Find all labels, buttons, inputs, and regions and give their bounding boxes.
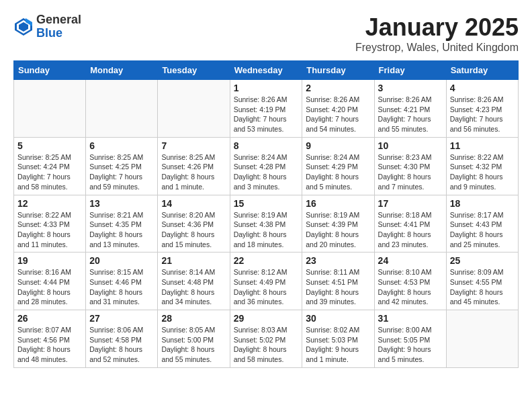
calendar-cell: 30Sunrise: 8:02 AM Sunset: 5:03 PM Dayli… — [302, 310, 374, 368]
logo-icon — [13, 17, 34, 37]
page-header: General Blue January 2025 Freystrop, Wal… — [13, 13, 519, 54]
day-info: Sunrise: 8:19 AM Sunset: 4:39 PM Dayligh… — [306, 210, 370, 250]
day-number: 8 — [234, 140, 299, 151]
day-info: Sunrise: 8:21 AM Sunset: 4:35 PM Dayligh… — [89, 210, 154, 250]
calendar-cell: 4Sunrise: 8:26 AM Sunset: 4:23 PM Daylig… — [446, 80, 518, 138]
calendar-cell: 8Sunrise: 8:24 AM Sunset: 4:28 PM Daylig… — [230, 137, 302, 195]
day-of-week-header: Saturday — [446, 61, 518, 80]
day-info: Sunrise: 8:23 AM Sunset: 4:30 PM Dayligh… — [378, 152, 443, 192]
day-of-week-header: Wednesday — [230, 61, 302, 80]
calendar-cell — [14, 80, 86, 138]
calendar-cell: 12Sunrise: 8:22 AM Sunset: 4:33 PM Dayli… — [14, 195, 86, 253]
day-number: 16 — [306, 198, 370, 209]
calendar-cell: 19Sunrise: 8:16 AM Sunset: 4:44 PM Dayli… — [14, 253, 86, 310]
calendar-cell: 18Sunrise: 8:17 AM Sunset: 4:43 PM Dayli… — [446, 195, 518, 253]
calendar-cell: 10Sunrise: 8:23 AM Sunset: 4:30 PM Dayli… — [374, 137, 446, 195]
month-title: January 2025 — [355, 13, 519, 42]
day-info: Sunrise: 8:05 AM Sunset: 5:00 PM Dayligh… — [161, 325, 226, 365]
day-number: 27 — [89, 313, 154, 324]
day-number: 10 — [378, 140, 443, 151]
day-number: 25 — [450, 255, 515, 266]
calendar-cell: 11Sunrise: 8:22 AM Sunset: 4:32 PM Dayli… — [446, 137, 518, 195]
day-number: 12 — [17, 198, 82, 209]
day-number: 30 — [306, 313, 370, 324]
day-info: Sunrise: 8:22 AM Sunset: 4:32 PM Dayligh… — [450, 152, 515, 192]
calendar-week-row: 12Sunrise: 8:22 AM Sunset: 4:33 PM Dayli… — [14, 195, 519, 253]
day-info: Sunrise: 8:24 AM Sunset: 4:29 PM Dayligh… — [306, 152, 370, 192]
day-info: Sunrise: 8:26 AM Sunset: 4:19 PM Dayligh… — [234, 95, 299, 134]
day-number: 5 — [17, 140, 82, 151]
day-info: Sunrise: 8:10 AM Sunset: 4:53 PM Dayligh… — [378, 267, 443, 307]
day-number: 26 — [17, 313, 82, 324]
calendar-cell: 1Sunrise: 8:26 AM Sunset: 4:19 PM Daylig… — [230, 80, 302, 138]
day-number: 22 — [234, 255, 299, 266]
day-info: Sunrise: 8:16 AM Sunset: 4:44 PM Dayligh… — [17, 267, 82, 307]
day-number: 23 — [306, 255, 370, 266]
day-info: Sunrise: 8:24 AM Sunset: 4:28 PM Dayligh… — [234, 152, 299, 192]
logo-general-text: General — [36, 13, 81, 27]
calendar-table: SundayMondayTuesdayWednesdayThursdayFrid… — [13, 60, 519, 368]
calendar-cell: 25Sunrise: 8:09 AM Sunset: 4:55 PM Dayli… — [446, 253, 518, 310]
logo: General Blue — [13, 13, 81, 40]
day-info: Sunrise: 8:25 AM Sunset: 4:24 PM Dayligh… — [17, 152, 82, 192]
day-number: 4 — [450, 83, 515, 93]
calendar-cell: 24Sunrise: 8:10 AM Sunset: 4:53 PM Dayli… — [374, 253, 446, 310]
day-info: Sunrise: 8:07 AM Sunset: 4:56 PM Dayligh… — [17, 325, 82, 365]
day-number: 15 — [234, 198, 299, 209]
calendar-cell: 16Sunrise: 8:19 AM Sunset: 4:39 PM Dayli… — [302, 195, 374, 253]
day-number: 28 — [161, 313, 226, 324]
location-subtitle: Freystrop, Wales, United Kingdom — [355, 42, 519, 54]
day-info: Sunrise: 8:06 AM Sunset: 4:58 PM Dayligh… — [89, 325, 154, 365]
calendar-week-row: 1Sunrise: 8:26 AM Sunset: 4:19 PM Daylig… — [14, 80, 519, 138]
calendar-week-row: 19Sunrise: 8:16 AM Sunset: 4:44 PM Dayli… — [14, 253, 519, 310]
day-number: 9 — [306, 140, 370, 151]
day-info: Sunrise: 8:26 AM Sunset: 4:20 PM Dayligh… — [306, 95, 370, 134]
day-of-week-header: Tuesday — [158, 61, 230, 80]
calendar-cell — [158, 80, 230, 138]
day-info: Sunrise: 8:18 AM Sunset: 4:41 PM Dayligh… — [378, 210, 443, 250]
calendar-cell: 22Sunrise: 8:12 AM Sunset: 4:49 PM Dayli… — [230, 253, 302, 310]
day-number: 20 — [89, 255, 154, 266]
day-info: Sunrise: 8:19 AM Sunset: 4:38 PM Dayligh… — [234, 210, 299, 250]
day-info: Sunrise: 8:09 AM Sunset: 4:55 PM Dayligh… — [450, 267, 515, 307]
calendar-cell: 20Sunrise: 8:15 AM Sunset: 4:46 PM Dayli… — [86, 253, 158, 310]
day-number: 1 — [234, 83, 299, 93]
day-of-week-header: Monday — [86, 61, 158, 80]
day-number: 7 — [161, 140, 226, 151]
calendar-cell: 9Sunrise: 8:24 AM Sunset: 4:29 PM Daylig… — [302, 137, 374, 195]
day-number: 19 — [17, 255, 82, 266]
day-info: Sunrise: 8:02 AM Sunset: 5:03 PM Dayligh… — [306, 325, 370, 365]
calendar-week-row: 5Sunrise: 8:25 AM Sunset: 4:24 PM Daylig… — [14, 137, 519, 195]
day-number: 3 — [378, 83, 443, 93]
day-number: 21 — [161, 255, 226, 266]
calendar-cell: 31Sunrise: 8:00 AM Sunset: 5:05 PM Dayli… — [374, 310, 446, 368]
calendar-cell — [86, 80, 158, 138]
day-number: 14 — [161, 198, 226, 209]
day-number: 17 — [378, 198, 443, 209]
day-of-week-header: Sunday — [14, 61, 86, 80]
calendar-week-row: 26Sunrise: 8:07 AM Sunset: 4:56 PM Dayli… — [14, 310, 519, 368]
calendar-cell: 29Sunrise: 8:03 AM Sunset: 5:02 PM Dayli… — [230, 310, 302, 368]
calendar-cell: 17Sunrise: 8:18 AM Sunset: 4:41 PM Dayli… — [374, 195, 446, 253]
day-info: Sunrise: 8:25 AM Sunset: 4:25 PM Dayligh… — [89, 152, 154, 192]
calendar-cell: 13Sunrise: 8:21 AM Sunset: 4:35 PM Dayli… — [86, 195, 158, 253]
calendar-cell: 3Sunrise: 8:26 AM Sunset: 4:21 PM Daylig… — [374, 80, 446, 138]
calendar-cell: 27Sunrise: 8:06 AM Sunset: 4:58 PM Dayli… — [86, 310, 158, 368]
day-number: 6 — [89, 140, 154, 151]
day-info: Sunrise: 8:17 AM Sunset: 4:43 PM Dayligh… — [450, 210, 515, 250]
day-number: 13 — [89, 198, 154, 209]
day-number: 31 — [378, 313, 443, 324]
day-number: 29 — [234, 313, 299, 324]
calendar-cell: 21Sunrise: 8:14 AM Sunset: 4:48 PM Dayli… — [158, 253, 230, 310]
logo-blue-text: Blue — [36, 27, 81, 40]
day-info: Sunrise: 8:00 AM Sunset: 5:05 PM Dayligh… — [378, 325, 443, 365]
calendar-cell: 23Sunrise: 8:11 AM Sunset: 4:51 PM Dayli… — [302, 253, 374, 310]
day-number: 24 — [378, 255, 443, 266]
day-info: Sunrise: 8:03 AM Sunset: 5:02 PM Dayligh… — [234, 325, 299, 365]
calendar-cell: 28Sunrise: 8:05 AM Sunset: 5:00 PM Dayli… — [158, 310, 230, 368]
title-block: January 2025 Freystrop, Wales, United Ki… — [355, 13, 519, 54]
day-number: 11 — [450, 140, 515, 151]
calendar-cell: 15Sunrise: 8:19 AM Sunset: 4:38 PM Dayli… — [230, 195, 302, 253]
calendar-cell: 26Sunrise: 8:07 AM Sunset: 4:56 PM Dayli… — [14, 310, 86, 368]
day-info: Sunrise: 8:20 AM Sunset: 4:36 PM Dayligh… — [161, 210, 226, 250]
